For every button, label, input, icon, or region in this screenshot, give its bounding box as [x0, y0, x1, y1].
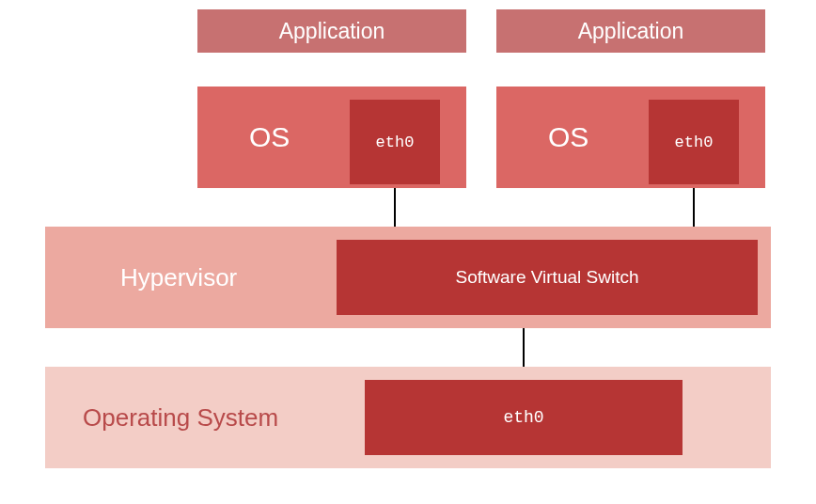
vm-eth-label-2: eth0 — [675, 134, 714, 151]
hypervisor-label: Hypervisor — [120, 263, 237, 292]
application-label-1: Application — [279, 19, 385, 44]
virtualization-networking-diagram: Application Application OS eth0 OS eth0 … — [0, 0, 816, 504]
host-eth-box: eth0 — [365, 380, 683, 455]
virtual-switch-box: Software Virtual Switch — [337, 240, 758, 315]
vm-os-label-2: OS — [548, 121, 588, 153]
vm-os-label-1: OS — [249, 121, 290, 153]
application-label-2: Application — [578, 19, 684, 44]
host-os-label: Operating System — [83, 403, 278, 433]
virtual-switch-label: Software Virtual Switch — [455, 267, 638, 288]
vm-eth-box-1: eth0 — [350, 100, 440, 184]
vm-eth-label-1: eth0 — [376, 134, 415, 151]
application-box-2: Application — [496, 9, 765, 53]
host-eth-label: eth0 — [503, 408, 543, 427]
vm-eth-box-2: eth0 — [649, 100, 739, 184]
application-box-1: Application — [197, 9, 466, 53]
